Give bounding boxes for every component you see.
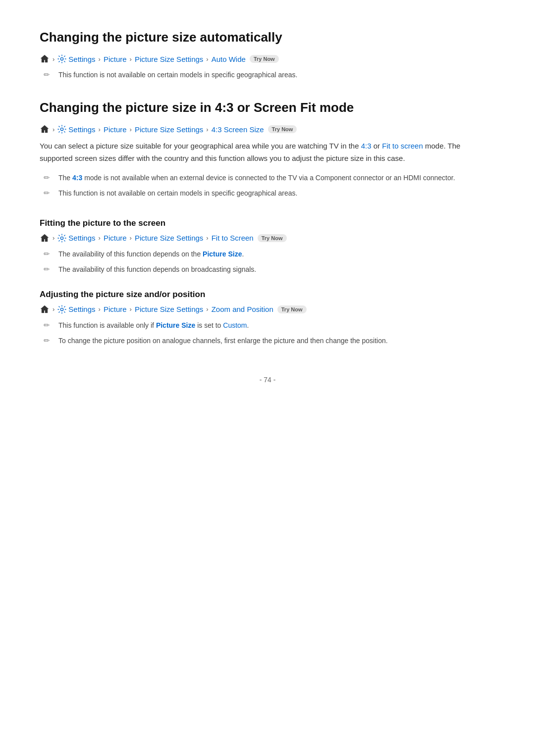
arrow-10: › [99,234,101,242]
arrow-3: › [130,55,132,63]
nav-picture-4[interactable]: Picture [104,305,127,313]
home-icon-4 [40,304,50,314]
svg-point-3 [61,308,63,310]
link-43[interactable]: 4:3 [361,142,372,150]
note-text-4: The availability of this function depend… [58,249,244,259]
arrow-4: › [206,55,208,63]
nav-zoomposition[interactable]: Zoom and Position [212,305,273,313]
nav-settings-2[interactable]: Settings [68,125,95,134]
note-row-4: ✏ The availability of this function depe… [40,249,495,259]
nav-43screensize[interactable]: 4:3 Screen Size [212,125,264,134]
section-zoom-position: Adjusting the picture size and/or positi… [40,290,495,346]
pencil-icon-7: ✏ [44,336,54,345]
nav-path-4: › Settings › Picture › Picture Size Sett… [40,304,495,314]
home-icon-2 [40,124,50,134]
pencil-icon-2: ✏ [44,173,54,182]
nav-picture-1[interactable]: Picture [104,55,127,63]
arrow-12: › [206,234,208,242]
page-number: - 74 - [260,376,276,384]
svg-point-1 [61,128,63,130]
pencil-icon-5: ✏ [44,265,54,274]
nav-picturesize-4[interactable]: Picture Size Settings [135,305,203,313]
nav-autowide[interactable]: Auto Wide [212,55,246,63]
note-row-7: ✏ To change the picture position on anal… [40,336,495,346]
pencil-icon-4: ✏ [44,250,54,258]
link-custom[interactable]: Custom [223,321,247,329]
arrow-16: › [206,305,208,313]
nav-picturesize-2[interactable]: Picture Size Settings [135,125,203,134]
arrow-5: › [53,126,54,133]
arrow-1: › [53,55,54,63]
nav-settings-4[interactable]: Settings [68,305,95,313]
section-43-screenfit: Changing the picture size in 4:3 or Scre… [40,100,495,199]
note-text-7: To change the picture position on analog… [58,336,388,346]
svg-point-0 [61,57,63,60]
arrow-8: › [206,126,208,133]
nav-fittoscreen[interactable]: Fit to Screen [212,234,254,242]
note-text-6: This function is available only if Pictu… [58,320,249,331]
try-now-2[interactable]: Try Now [268,125,297,133]
note-text-2: The 4:3 mode is not available when an ex… [58,173,455,183]
svg-point-2 [61,237,63,239]
pencil-icon-6: ✏ [44,321,54,330]
note-row-2: ✏ The 4:3 mode is not available when an … [40,173,495,183]
gear-icon-4 [57,305,66,314]
nav-settings-1[interactable]: Settings [68,55,95,63]
section-auto-wide: Changing the picture size automatically … [40,30,495,80]
note-text-5: The availability of this function depend… [58,264,256,275]
section4-heading: Adjusting the picture size and/or positi… [40,290,495,300]
home-icon-3 [40,233,50,243]
page-footer: - 74 - [40,376,495,384]
try-now-4[interactable]: Try Now [277,305,307,313]
note2-link-43[interactable]: 4:3 [72,174,82,182]
arrow-15: › [130,305,132,313]
arrow-14: › [99,305,101,313]
try-now-1[interactable]: Try Now [250,55,279,63]
note-row-1: ✏ This function is not available on cert… [40,70,495,80]
note-row-6: ✏ This function is available only if Pic… [40,320,495,331]
arrow-9: › [53,234,54,242]
note-row-3: ✏ This function is not available on cert… [40,188,495,199]
pencil-icon-3: ✏ [44,189,54,198]
section2-body: You can select a picture size suitable f… [40,140,495,165]
note-text-3: This function is not available on certai… [58,188,298,199]
link-picturesize-2[interactable]: Picture Size [156,321,195,329]
nav-picturesize-3[interactable]: Picture Size Settings [135,234,203,242]
section2-heading: Changing the picture size in 4:3 or Scre… [40,100,495,115]
gear-icon-2 [57,125,66,134]
nav-path-1: › Settings › Picture › Picture Size Sett… [40,54,495,64]
section-fit-to-screen: Fitting the picture to the screen › Sett… [40,218,495,275]
arrow-13: › [53,305,54,313]
arrow-7: › [130,126,132,133]
arrow-6: › [99,126,101,133]
link-picturesize-1[interactable]: Picture Size [203,250,242,258]
section3-heading: Fitting the picture to the screen [40,218,495,228]
arrow-11: › [130,234,132,242]
try-now-3[interactable]: Try Now [258,234,287,242]
nav-picture-2[interactable]: Picture [104,125,127,134]
note-text-1: This function is not available on certai… [58,70,298,80]
home-icon [40,54,50,64]
link-fittoscreen[interactable]: Fit to screen [382,142,423,150]
gear-icon-1 [57,54,66,63]
section1-heading: Changing the picture size automatically [40,30,495,45]
gear-icon-3 [57,234,66,243]
arrow-2: › [99,55,101,63]
note-row-5: ✏ The availability of this function depe… [40,264,495,275]
nav-settings-3[interactable]: Settings [68,234,95,242]
nav-picture-3[interactable]: Picture [104,234,127,242]
nav-path-2: › Settings › Picture › Picture Size Sett… [40,124,495,134]
nav-picturesize-1[interactable]: Picture Size Settings [135,55,203,63]
pencil-icon-1: ✏ [44,70,54,79]
nav-path-3: › Settings › Picture › Picture Size Sett… [40,233,495,243]
